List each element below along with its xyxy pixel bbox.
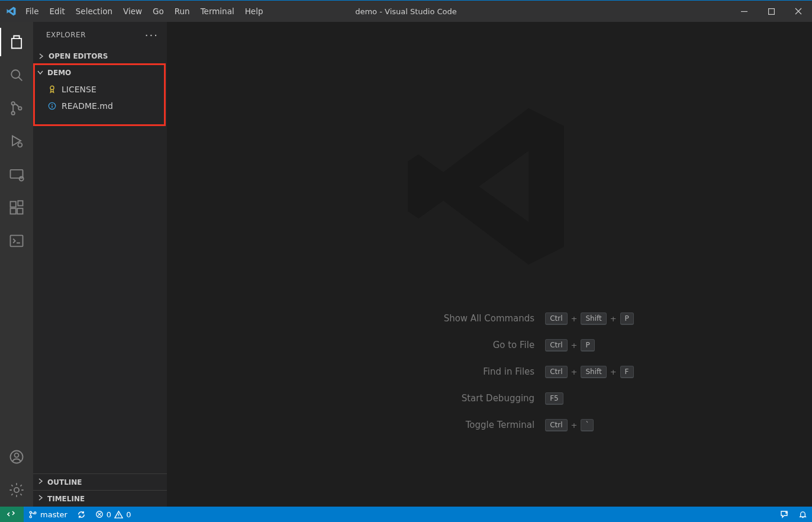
explorer-title: EXPLORER — [46, 31, 86, 39]
activity-accounts[interactable] — [0, 440, 33, 473]
menu-run[interactable]: Run — [169, 1, 195, 22]
plus-icon: + — [571, 421, 578, 430]
menu-selection[interactable]: Selection — [70, 1, 118, 22]
key: Ctrl — [545, 312, 567, 325]
shortcut-keys: Ctrl + ` — [545, 419, 594, 431]
key: F5 — [545, 392, 563, 405]
chevron-down-icon — [37, 69, 44, 78]
shortcut-label: Show All Commands — [345, 313, 534, 324]
window-close-button[interactable] — [785, 1, 812, 22]
svg-point-3 — [11, 111, 14, 114]
key: ` — [581, 419, 594, 431]
activity-terminal[interactable] — [0, 224, 33, 257]
shortcut-row: Go to File Ctrl + P — [345, 339, 634, 352]
svg-point-2 — [11, 102, 14, 105]
chevron-right-icon — [37, 494, 44, 503]
shortcut-row: Find in Files Ctrl + Shift + F — [345, 366, 634, 378]
explorer-header: EXPLORER ··· — [33, 22, 167, 48]
menu-file[interactable]: File — [20, 1, 44, 22]
git-branch-icon — [28, 510, 37, 519]
svg-point-5 — [18, 143, 22, 147]
activity-search[interactable] — [0, 59, 33, 92]
window-title: demo - Visual Studio Code — [355, 7, 457, 16]
menu-help[interactable]: Help — [240, 1, 269, 22]
activity-source-control[interactable] — [0, 92, 33, 125]
window-maximize-button[interactable] — [758, 1, 785, 22]
explorer-more-icon[interactable]: ··· — [145, 29, 159, 41]
svg-rect-11 — [18, 201, 22, 205]
shortcut-label: Find in Files — [345, 366, 534, 377]
menu-view[interactable]: View — [118, 1, 147, 22]
shortcut-row: Toggle Terminal Ctrl + ` — [345, 419, 634, 431]
folder-title-row[interactable]: DEMO — [33, 65, 167, 81]
menubar: File Edit Selection View Go Run Terminal… — [20, 1, 268, 22]
svg-point-4 — [18, 107, 21, 109]
key: P — [620, 312, 634, 325]
key: Ctrl — [545, 339, 567, 352]
plus-icon: + — [571, 314, 578, 323]
menu-go[interactable]: Go — [147, 1, 169, 22]
svg-rect-8 — [11, 202, 16, 207]
chevron-right-icon — [37, 53, 45, 60]
activity-settings[interactable] — [0, 473, 33, 507]
shortcut-label: Go to File — [345, 340, 534, 350]
menu-terminal[interactable]: Terminal — [195, 1, 240, 22]
status-branch[interactable]: master — [24, 507, 72, 522]
svg-rect-9 — [11, 208, 16, 214]
shortcut-keys: Ctrl + Shift + F — [545, 366, 633, 378]
svg-rect-0 — [768, 8, 774, 14]
titlebar: File Edit Selection View Go Run Terminal… — [0, 1, 812, 22]
svg-rect-12 — [11, 236, 23, 247]
errors-count: 0 — [107, 510, 111, 519]
key: Ctrl — [545, 419, 567, 431]
timeline-section[interactable]: TIMELINE — [33, 490, 167, 507]
bell-icon — [798, 510, 807, 519]
activity-bar — [0, 22, 33, 507]
file-name: LICENSE — [62, 85, 96, 94]
window-minimize-button[interactable] — [730, 1, 758, 22]
svg-point-14 — [15, 453, 19, 457]
file-row-license[interactable]: LICENSE — [33, 81, 167, 98]
welcome-shortcuts: Show All Commands Ctrl + Shift + P Go to… — [345, 312, 634, 431]
folder-section: DEMO LICENSE README.md — [33, 65, 167, 114]
outline-section[interactable]: OUTLINE — [33, 473, 167, 490]
activity-extensions[interactable] — [0, 191, 33, 224]
status-sync[interactable] — [72, 507, 91, 522]
svg-point-20 — [30, 515, 31, 517]
key: F — [620, 366, 634, 378]
menu-edit[interactable]: Edit — [44, 1, 70, 22]
svg-point-21 — [34, 512, 36, 514]
outline-label: OUTLINE — [47, 478, 82, 486]
svg-point-7 — [20, 177, 24, 181]
open-editors-label: OPEN EDITORS — [49, 52, 108, 60]
key: Ctrl — [545, 366, 567, 378]
shortcut-keys: Ctrl + P — [545, 339, 595, 352]
key: Shift — [581, 366, 606, 378]
warning-icon — [114, 510, 123, 519]
svg-point-1 — [11, 70, 20, 78]
shortcut-row: Start Debugging F5 — [345, 392, 634, 405]
warnings-count: 0 — [126, 510, 131, 519]
sync-icon — [77, 510, 86, 519]
license-icon — [47, 85, 57, 94]
activity-explorer[interactable] — [0, 25, 33, 59]
activity-run-debug[interactable] — [0, 125, 33, 158]
remote-indicator[interactable] — [0, 507, 24, 522]
branch-name: master — [40, 510, 67, 519]
open-editors-section[interactable]: OPEN EDITORS — [33, 48, 167, 65]
activity-remote-explorer[interactable] — [0, 158, 33, 191]
shortcut-keys: Ctrl + Shift + P — [545, 312, 634, 325]
info-icon — [47, 102, 57, 110]
editor-area: Show All Commands Ctrl + Shift + P Go to… — [167, 22, 812, 507]
status-feedback[interactable] — [775, 507, 794, 522]
error-icon — [95, 510, 104, 518]
shortcut-row: Show All Commands Ctrl + Shift + P — [345, 312, 634, 325]
file-row-readme[interactable]: README.md — [33, 98, 167, 114]
plus-icon: + — [571, 341, 578, 350]
status-bar: master 0 0 — [0, 507, 812, 522]
status-problems[interactable]: 0 0 — [91, 507, 136, 522]
timeline-label: TIMELINE — [47, 495, 85, 503]
plus-icon: + — [571, 368, 578, 376]
shortcut-label: Start Debugging — [345, 393, 534, 404]
status-notifications[interactable] — [794, 507, 812, 522]
